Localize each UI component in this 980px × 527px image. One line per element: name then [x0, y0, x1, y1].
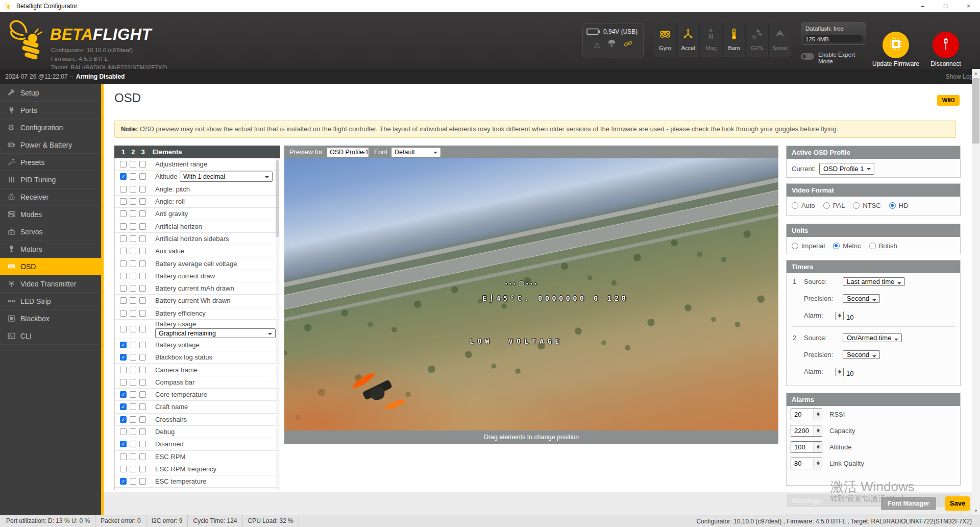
checkbox-profile-2[interactable] — [130, 260, 136, 267]
altitude-select[interactable]: With 1 decimal — [180, 172, 273, 182]
radio-auto[interactable]: Auto — [792, 202, 815, 209]
radio-hd[interactable]: HD — [889, 202, 909, 209]
sidebar-item-osd[interactable]: OSD OSD — [0, 258, 101, 275]
update-firmware-button[interactable]: Update Firmware — [870, 32, 921, 67]
expert-mode-toggle[interactable] — [801, 53, 814, 60]
checkbox-profile-3[interactable] — [139, 354, 146, 361]
checkbox-profile-1[interactable]: ✓ — [120, 391, 127, 398]
checkbox-profile-2[interactable] — [130, 297, 136, 304]
sidebar-item-video-transmitter[interactable]: Video Transmitter — [0, 275, 101, 293]
checkbox-profile-2[interactable] — [130, 223, 136, 230]
checkbox-profile-3[interactable] — [139, 441, 146, 447]
disconnect-button[interactable]: Disconnect — [920, 32, 971, 67]
checkbox-profile-1[interactable] — [120, 453, 127, 460]
close-icon[interactable]: × — [957, 0, 980, 12]
checkbox-profile-1[interactable]: ✓ — [120, 173, 127, 180]
checkbox-profile-2[interactable] — [130, 367, 136, 373]
checkbox-profile-2[interactable] — [130, 198, 136, 205]
checkbox-profile-2[interactable] — [130, 416, 136, 423]
checkbox-profile-3[interactable] — [139, 379, 146, 386]
timer-1-source-select[interactable]: Last armed time — [843, 277, 905, 286]
checkbox-profile-2[interactable] — [130, 273, 136, 279]
timer-2-source-select[interactable]: On/Armed time — [843, 333, 902, 342]
sidebar-item-pid-tuning[interactable]: PID Tuning — [0, 171, 101, 188]
checkbox-profile-3[interactable] — [139, 223, 146, 230]
minimize-icon[interactable]: – — [911, 0, 934, 12]
checkbox-profile-3[interactable] — [139, 310, 146, 317]
timer-2-precision-select[interactable]: Second — [843, 350, 880, 359]
osd-preview[interactable]: ∙∙∙∙∙∙ E⌡45°C. 0000000 0 120 LOW VOLTAGE — [284, 158, 778, 430]
checkbox-profile-3[interactable] — [139, 235, 146, 242]
timer-1-alarm-input[interactable]: 10 — [843, 312, 844, 320]
radio-imperial[interactable]: Imperial — [792, 242, 825, 250]
checkbox-profile-2[interactable] — [130, 285, 136, 292]
alarm-rssi-input[interactable]: 20 — [791, 409, 822, 420]
wiki-button[interactable]: WIKI — [937, 95, 960, 106]
osd-stats-element[interactable]: E⌡45°C. 0000000 0 120 — [482, 294, 628, 302]
battery-usage-select[interactable]: Graphical remaining — [155, 328, 276, 338]
checkbox-profile-1[interactable] — [120, 466, 127, 472]
spinner-icon[interactable] — [814, 425, 822, 436]
preview-profile-select[interactable]: OSD Profile 1 — [326, 147, 369, 157]
checkbox-profile-3[interactable] — [139, 416, 146, 423]
checkbox-profile-1[interactable]: ✓ — [120, 354, 127, 361]
checkbox-profile-2[interactable] — [130, 379, 136, 386]
checkbox-profile-1[interactable] — [120, 248, 127, 254]
checkbox-profile-2[interactable] — [130, 466, 136, 472]
checkbox-profile-3[interactable] — [139, 342, 146, 348]
checkbox-profile-3[interactable] — [139, 161, 146, 167]
spinner-icon[interactable] — [835, 312, 843, 320]
checkbox-profile-1[interactable]: ✓ — [120, 403, 127, 410]
checkbox-profile-2[interactable] — [130, 403, 136, 410]
checkbox-profile-1[interactable] — [120, 285, 127, 292]
maximize-icon[interactable]: □ — [934, 0, 957, 12]
checkbox-profile-1[interactable] — [120, 161, 127, 167]
checkbox-profile-3[interactable] — [139, 173, 146, 180]
checkbox-profile-3[interactable] — [139, 210, 146, 217]
checkbox-profile-2[interactable] — [130, 310, 136, 317]
checkbox-profile-2[interactable] — [130, 441, 136, 447]
checkbox-profile-1[interactable]: ✓ — [120, 478, 127, 485]
checkbox-profile-2[interactable] — [130, 428, 136, 435]
checkbox-profile-1[interactable] — [120, 326, 127, 332]
spinner-icon[interactable] — [814, 442, 822, 452]
checkbox-profile-3[interactable] — [139, 453, 146, 460]
checkbox-profile-1[interactable] — [120, 367, 127, 373]
checkbox-profile-3[interactable] — [139, 260, 146, 267]
checkbox-profile-3[interactable] — [139, 428, 146, 435]
checkbox-profile-2[interactable] — [130, 186, 136, 193]
sidebar-item-cli[interactable]: CLI — [0, 327, 101, 345]
scroll-up-icon[interactable]: ▲ — [972, 69, 980, 77]
sidebar-item-setup[interactable]: Setup — [0, 84, 101, 102]
radio-british[interactable]: British — [869, 242, 897, 250]
checkbox-profile-1[interactable]: ✓ — [120, 441, 127, 447]
page-scrollbar-thumb[interactable] — [972, 78, 979, 143]
checkbox-profile-1[interactable] — [120, 260, 127, 267]
checkbox-profile-1[interactable] — [120, 428, 127, 435]
checkbox-profile-3[interactable] — [139, 466, 146, 472]
checkbox-profile-3[interactable] — [139, 273, 146, 279]
checkbox-profile-2[interactable] — [130, 342, 136, 348]
sidebar-item-blackbox[interactable]: Blackbox — [0, 310, 101, 327]
checkbox-profile-1[interactable] — [120, 310, 127, 317]
show-log-button[interactable]: Show Log — [946, 73, 973, 80]
sidebar-item-ports[interactable]: Ports — [0, 102, 101, 119]
checkbox-profile-1[interactable] — [120, 198, 127, 205]
checkbox-profile-2[interactable] — [130, 391, 136, 398]
sidebar-item-power-battery[interactable]: Power & Battery — [0, 136, 101, 154]
checkbox-profile-1[interactable] — [120, 235, 127, 242]
save-button[interactable]: Save — [945, 496, 970, 511]
scroll-down-icon[interactable]: ▼ — [972, 507, 980, 515]
spinner-icon[interactable] — [835, 368, 843, 376]
spinner-icon[interactable] — [814, 409, 822, 420]
checkbox-profile-1[interactable] — [120, 186, 127, 193]
sidebar-item-presets[interactable]: Presets — [0, 154, 101, 171]
radio-pal[interactable]: PAL — [823, 202, 845, 209]
osd-crosshair-element[interactable]: ∙∙∙∙∙∙ — [505, 281, 538, 286]
radio-ntsc[interactable]: NTSC — [853, 202, 880, 209]
checkbox-profile-2[interactable] — [130, 326, 136, 332]
active-profile-select[interactable]: OSD Profile 1 — [819, 163, 874, 175]
alarm-capacity-input[interactable]: 2200 — [791, 425, 822, 437]
checkbox-profile-3[interactable] — [139, 367, 146, 373]
elements-scrollbar[interactable] — [276, 158, 279, 490]
